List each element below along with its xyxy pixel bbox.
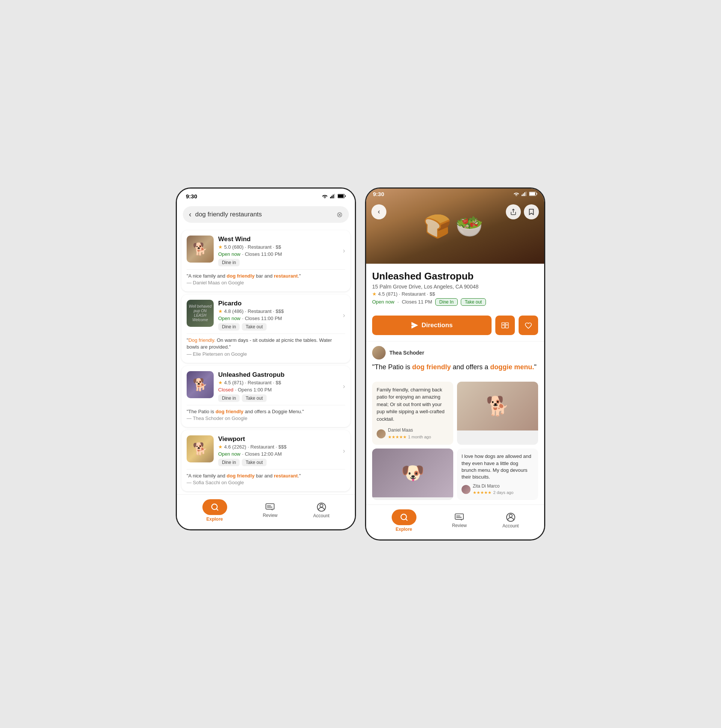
menu-button[interactable]: [495, 315, 515, 335]
nav-explore-right[interactable]: Explore: [392, 509, 417, 532]
detail-place-name: Unleashed Gastropub: [372, 271, 538, 282]
svg-rect-2: [333, 194, 334, 198]
heart-icon: [525, 322, 532, 329]
explore-label-left: Explore: [206, 517, 223, 522]
back-button[interactable]: ‹: [189, 210, 191, 219]
tag-take-out-unleashed: Take out: [242, 395, 266, 402]
mini-info-zita: Zita Di Marco ★★★★★ 2 days ago: [473, 483, 513, 496]
result-name-viewport: Viewport: [218, 435, 338, 443]
dog-detail-photo: 🐕: [457, 382, 538, 430]
explore-icon-bg: [202, 499, 227, 515]
svg-rect-17: [526, 191, 527, 196]
review-label-right: Review: [452, 523, 467, 528]
result-card-picardo[interactable]: Well behaved pup ON LEASH Welcome Picard…: [181, 295, 350, 363]
account-icon-left: [317, 503, 326, 512]
take-out-tag: Take out: [461, 298, 486, 306]
bookmark-icon: [529, 208, 535, 215]
directions-button[interactable]: Directions: [372, 315, 492, 335]
result-header: 🐕 West Wind ★ 5.0 (680) · Restaurant · $…: [186, 236, 345, 266]
review-text-zita: I love how dogs are allowed and they eve…: [461, 453, 534, 480]
account-label-left: Account: [313, 513, 329, 518]
result-card-west-wind[interactable]: 🐕 West Wind ★ 5.0 (680) · Restaurant · $…: [181, 230, 350, 292]
nav-review-right[interactable]: Review: [452, 513, 467, 528]
result-arrow-unleashed: ›: [343, 382, 345, 390]
signal-icon-right: [522, 191, 527, 196]
result-image-viewport: 🐕: [186, 435, 214, 462]
result-info-picardo: Picardo ★ 4.8 (486) · Restaurant · $$$ O…: [218, 300, 338, 330]
photo-card-dog1: 🐕: [457, 382, 538, 445]
menu-book-icon: [501, 322, 509, 329]
result-card-unleashed[interactable]: 🐕 Unleashed Gastropub ★ 4.5 (871) · Rest…: [181, 366, 350, 427]
svg-rect-16: [524, 192, 525, 196]
svg-rect-14: [522, 194, 523, 196]
dine-in-tag: Dine In: [435, 298, 458, 306]
result-rating-viewport: ★ 4.6 (2262) · Restaurant · $$$: [218, 444, 338, 450]
svg-point-33: [509, 514, 512, 517]
battery-icon: [338, 194, 346, 198]
tag-take-out-viewport: Take out: [242, 459, 266, 466]
result-name-unleashed: Unleashed Gastropub: [218, 371, 338, 379]
result-quote-unleashed: "The Patio is dog friendly and offers a …: [186, 405, 345, 422]
svg-rect-5: [338, 194, 344, 197]
tag-dine-in-unleashed: Dine in: [218, 395, 240, 402]
bookmark-button[interactable]: [524, 204, 539, 219]
right-status-bar: 9:30: [371, 191, 539, 197]
result-quote: "A nice family and dog friendly bar and …: [186, 269, 345, 286]
dog-image-1: 🐕: [186, 236, 214, 263]
result-status-picardo: Open now · Closes 11:00 PM: [218, 315, 338, 321]
result-name: West Wind: [218, 236, 338, 243]
detail-hero: 9:30 ‹: [366, 188, 544, 264]
explore-icon-right: [400, 513, 408, 522]
svg-line-29: [406, 519, 407, 520]
result-info-viewport: Viewport ★ 4.6 (2262) · Restaurant · $$$…: [218, 435, 338, 466]
detail-body: Unleashed Gastropub 15 Palm Grove Drive,…: [366, 264, 544, 505]
right-status-time: 9:30: [373, 191, 384, 197]
share-button[interactable]: [506, 204, 521, 219]
explore-label-right: Explore: [396, 527, 412, 532]
result-header-viewport: 🐕 Viewport ★ 4.6 (2262) · Restaurant · $…: [186, 435, 345, 466]
wifi-icon-right: [513, 191, 519, 196]
signal-icon: [330, 194, 335, 198]
review-icon-left: [265, 503, 275, 511]
nav-account-left[interactable]: Account: [313, 503, 329, 518]
result-header-unleashed: 🐕 Unleashed Gastropub ★ 4.5 (871) · Rest…: [186, 371, 345, 402]
search-bar-container: ‹ dog friendly restaurants ⊗: [177, 202, 355, 227]
nav-review-left[interactable]: Review: [263, 503, 278, 518]
result-rating: ★ 5.0 (680) · Restaurant · $$: [218, 244, 338, 250]
result-name-picardo: Picardo: [218, 300, 338, 307]
result-info-unleashed: Unleashed Gastropub ★ 4.5 (871) · Restau…: [218, 371, 338, 402]
back-button-right[interactable]: ‹: [371, 204, 386, 219]
favorite-button[interactable]: [519, 315, 538, 335]
tag-dine-in-viewport: Dine in: [218, 459, 240, 466]
result-image-west-wind: 🐕: [186, 236, 214, 263]
result-header-picardo: Well behaved pup ON LEASH Welcome Picard…: [186, 300, 345, 330]
phones-container: 9:30 ‹ dog friendly restaurants ⊗ 🐕: [176, 187, 545, 541]
result-image-picardo: Well behaved pup ON LEASH Welcome: [186, 300, 214, 327]
result-arrow-picardo: ›: [343, 311, 345, 319]
result-status-unleashed: Closed · Opens 1:00 PM: [218, 386, 338, 393]
explore-icon: [211, 503, 219, 511]
nav-explore-left[interactable]: Explore: [202, 499, 227, 522]
battery-icon-right: [529, 191, 538, 196]
result-tags-picardo: Dine in Take out: [218, 323, 338, 330]
detail-address: 15 Palm Grove Drive, Los Angeles, CA 900…: [372, 284, 538, 290]
review-section-main: Thea Schoder "The Patio is dog friendly …: [366, 341, 544, 382]
mini-avatar-daniel: [377, 429, 386, 438]
explore-icon-bg-right: [392, 509, 417, 525]
reviewer-name-thea: Thea Schoder: [390, 350, 424, 356]
result-tags: Dine in: [218, 259, 338, 266]
dog-detail-photo2: 🐶: [372, 448, 453, 497]
svg-rect-9: [266, 504, 274, 509]
search-bar[interactable]: ‹ dog friendly restaurants ⊗: [183, 206, 349, 223]
right-bottom-nav: Explore Review Account: [366, 505, 544, 540]
left-status-time: 9:30: [186, 193, 197, 199]
review-text-thea: "The Patio is dog friendly and offers a …: [372, 362, 538, 372]
tag-take-out-picardo: Take out: [242, 323, 266, 330]
svg-rect-20: [537, 193, 538, 194]
unleashed-image: 🐕: [186, 371, 214, 398]
result-card-viewport[interactable]: 🐕 Viewport ★ 4.6 (2262) · Restaurant · $…: [181, 430, 350, 491]
nav-account-right[interactable]: Account: [503, 513, 519, 529]
right-status-icons: [513, 191, 538, 197]
clear-button[interactable]: ⊗: [336, 210, 343, 219]
share-icon: [510, 208, 517, 215]
